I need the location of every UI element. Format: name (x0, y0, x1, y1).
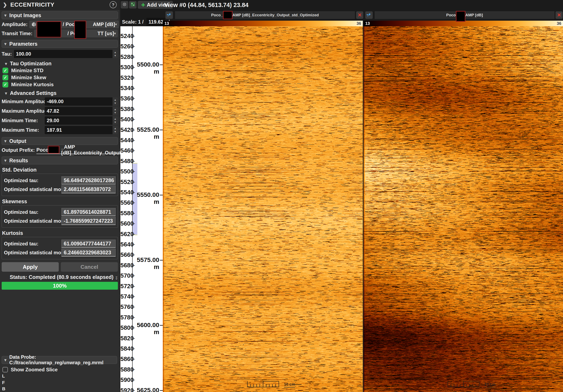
checkbox-minimize-skew[interactable]: ✓ Minimize Skew (2, 75, 118, 81)
spinner-arrows-icon[interactable]: ▲▼ (113, 107, 118, 115)
panel1-title-suffix: AMP [dB]_Eccentricity_Output_std_Optimiz… (232, 13, 319, 17)
ruler-tick (133, 234, 135, 234)
field-value: 187.91 (45, 127, 113, 133)
collapse-chevron-icon[interactable]: ❯ (3, 2, 7, 8)
probe-layer-b-label: B (2, 386, 5, 392)
ruler-tick (133, 140, 135, 140)
amplitude-image-view[interactable] (364, 26, 563, 392)
ruler-tick-label: 5660 (120, 252, 131, 258)
ruler-tick (133, 109, 135, 109)
depth-label-tick (160, 325, 163, 326)
checkbox-minimize-kurtosis[interactable]: ✓ Minimize Kurtosis (2, 81, 118, 88)
optimized-tau-value[interactable]: 56.649472628017286 (62, 176, 116, 184)
field-value: 29.00 (45, 118, 113, 123)
checkbox-checked-icon[interactable]: ✓ (2, 68, 8, 73)
close-icon: ✕ (358, 12, 362, 18)
section-parameters[interactable]: ▾ Parameters (2, 40, 118, 48)
min-amplitude-input[interactable]: -469.00 ▲▼ (45, 97, 118, 106)
ruler-tick-label: 5780 (120, 314, 131, 321)
section-label: Output (9, 138, 26, 144)
checkbox-checked-icon[interactable]: ✓ (2, 82, 8, 88)
spinner-arrows-icon[interactable]: ▲▼ (113, 97, 118, 106)
caret-down-icon: ▾ (5, 91, 7, 96)
subsection-tau-optimization[interactable]: ▾ Tau Optimization (5, 61, 118, 67)
spinner-arrows-icon[interactable]: ▲▼ (113, 126, 118, 134)
ruler-tick-label: 5240 (120, 33, 131, 39)
ruler-tick-label: 5900 (120, 377, 131, 383)
ruler-tick-label: 5580 (120, 210, 131, 217)
action-buttons: Apply Cancel (2, 262, 118, 272)
apply-button[interactable]: Apply (2, 262, 59, 272)
help-icon[interactable]: ? (110, 1, 117, 8)
status-text: Status: Completed (80.9 seconds elapsed) (10, 274, 114, 280)
probe-layer-l-label: L (2, 373, 5, 379)
ruler-tick-label: 5360 (120, 95, 131, 102)
amplitude-image-view-optimized[interactable] (163, 26, 363, 392)
optimized-moment-value[interactable]: 2.468115468387072 (62, 185, 116, 193)
transit-time-label: Transit Time: (2, 31, 32, 36)
spinner-arrows-icon[interactable]: ▲▼ (113, 50, 118, 58)
expand-status-icon[interactable]: ⌄⌄ (115, 275, 118, 279)
result-group-kurtosis: Optimized tau: 61.00904777444177 Optimiz… (2, 237, 118, 259)
result-group-title: Skewness (2, 199, 118, 204)
subsection-advanced-settings[interactable]: ▾ Advanced Settings (5, 90, 118, 96)
ruler-tick (133, 307, 135, 307)
optimized-tau-label: Optimized tau: (4, 177, 60, 183)
scale-input[interactable]: 119.62 (146, 18, 165, 26)
section-label: Parameters (9, 41, 38, 47)
output-prefix-input[interactable]: Poco_ _AMP [dB]_Eccentricity_Output (36, 146, 123, 154)
section-input-images[interactable]: ▾ Input Images (2, 11, 118, 19)
tau-value: 100.00 (14, 51, 113, 57)
section-results[interactable]: ▾ Results (2, 156, 118, 164)
sidebar-body: ▾ Input Images Amplitude: / Poco_ AMP [d… (0, 11, 120, 290)
show-zoomed-slice-row[interactable]: Show Zoomed Slice (2, 367, 117, 373)
max-amplitude-label: Maximum Amplitude: (2, 108, 43, 114)
optimized-tau-value[interactable]: 61.00904777444177 (62, 240, 116, 248)
panel2-header[interactable]: PocoAMP [dB] (374, 11, 555, 19)
slice-grid-button[interactable] (129, 1, 137, 9)
dropdown-caret-icon[interactable]: ▾ (114, 31, 116, 36)
caret-down-icon: ▾ (4, 13, 6, 18)
layout-grid-button[interactable] (121, 1, 128, 9)
ruler-tick-label: 5280 (120, 53, 131, 60)
min-time-input[interactable]: 29.00 ▲▼ (45, 116, 118, 125)
ruler-tick (133, 78, 135, 78)
ruler-tick-label: 5380 (120, 106, 131, 113)
section-output[interactable]: ▾ Output (2, 137, 118, 145)
spinner-arrows-icon[interactable]: ▲▼ (113, 116, 118, 125)
panel1-header[interactable]: Poco_AMP [dB]_Eccentricity_Output_std_Op… (175, 11, 355, 19)
min-time-row: Minimum Time: 29.00 ▲▼ (2, 116, 118, 125)
tau-input[interactable]: 100.00 ▲▼ (14, 50, 118, 58)
checkbox-unchecked-icon[interactable] (2, 367, 8, 372)
field-value: 47.82 (45, 108, 113, 114)
colorbar-max-value: 36 (557, 21, 561, 26)
optimized-moment-value[interactable]: 6.246602329683023 (62, 249, 116, 257)
panel2-scalebar: 10 cm (448, 380, 496, 387)
section-data-probe[interactable]: ▾ Data Probe: C:/ltrace/in/unwrap_reg/un… (2, 356, 117, 364)
checkbox-minimize-std[interactable]: ✓ Minimize STD (2, 67, 118, 74)
max-time-input[interactable]: 187.91 ▲▼ (45, 126, 118, 134)
scalebar-label: 10 cm (284, 382, 295, 387)
depth-label: 5525.00 m (132, 126, 159, 140)
depth-label-tick (160, 64, 163, 65)
result-row: Optimized tau: 56.649472628017286 (4, 176, 116, 184)
ruler-tick (133, 276, 135, 276)
panel1-pin-button[interactable] (166, 11, 173, 19)
optimized-moment-value[interactable]: -1.768559927247223 (62, 217, 116, 225)
cancel-button[interactable]: Cancel (61, 262, 118, 272)
caret-down-icon: ▾ (5, 61, 7, 66)
ruler-tick-label: 5820 (120, 335, 131, 342)
ruler-tick-label: 5720 (120, 283, 131, 290)
dropdown-caret-icon[interactable]: ▾ (115, 22, 117, 27)
close-icon: ✕ (557, 12, 561, 18)
caret-down-icon: ▾ (4, 357, 6, 362)
amplitude-combo[interactable]: / Poco_ AMP [dB] ▾ (29, 20, 119, 28)
panel1-close-button[interactable]: ✕ (356, 11, 363, 19)
optimized-tau-value[interactable]: 61.89705614028871 (62, 208, 116, 216)
checkbox-checked-icon[interactable]: ✓ (2, 75, 8, 80)
max-amplitude-input[interactable]: 47.82 ▲▼ (45, 107, 118, 115)
depth-label: 5625.00 m (132, 387, 159, 392)
panel2-pin-button[interactable] (365, 11, 373, 19)
plus-icon: + (141, 2, 145, 8)
panel2-close-button[interactable]: ✕ (556, 11, 563, 19)
